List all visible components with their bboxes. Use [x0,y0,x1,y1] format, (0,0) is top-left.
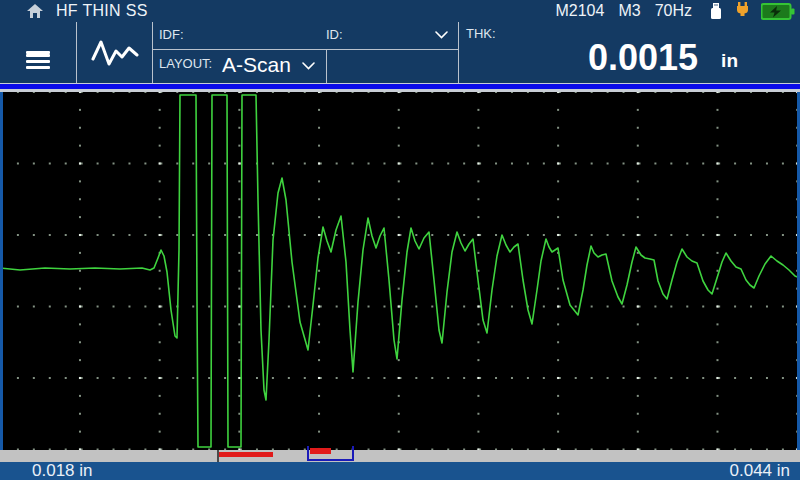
menu-button[interactable] [0,22,76,83]
file-title: HF THIN SS [56,2,148,20]
power-plug-icon [734,2,751,20]
separator-bar [0,83,800,92]
thickness-readout: THK: 0.0015 in [458,22,800,83]
measurement-code: M2104 [555,2,604,20]
battery-charging-icon [761,3,795,20]
toolbar: IDF: ID: LAYOUT: A-Scan THK: 0.0015 in [0,22,800,83]
waveform-icon [91,38,139,68]
layout-label: LAYOUT: [159,56,212,71]
usb-icon [708,2,724,20]
id-label: ID: [326,27,343,42]
thickness-value: 0.0015 [538,37,748,79]
mode-indicator: M3 [618,2,640,20]
hamburger-icon [26,51,50,54]
separator-blue-line [0,84,800,89]
gate-1-bar[interactable] [219,452,273,457]
ascan-waveform [0,92,800,450]
layout-row: LAYOUT: A-Scan [152,50,458,83]
layout-chevron-down-icon[interactable] [302,62,315,70]
idf-label: IDF: [159,27,184,42]
thickness-unit: in [721,50,738,72]
home-icon[interactable] [27,4,43,19]
toolbar-divider [326,50,327,83]
status-readouts: M2104 M3 70Hz [555,0,692,22]
gate-strip [0,450,800,462]
range-max-value: 0.044 in [730,462,791,480]
layout-select[interactable]: A-Scan [222,53,291,77]
id-chevron-down-icon[interactable] [435,31,448,39]
ascan-waveform-path [0,95,800,447]
id-row: IDF: ID: [152,22,458,49]
ascan-view-button[interactable] [77,22,152,83]
ascan-plot [0,92,800,450]
range-bar: 0.018 in 0.044 in [0,462,800,480]
gate-2-bar[interactable] [310,448,331,454]
range-start-marker [0,92,3,462]
update-rate: 70Hz [655,2,692,20]
top-status-bar: HF THIN SS M2104 M3 70Hz [0,0,800,22]
range-min-value: 0.018 in [32,462,93,480]
thk-label: THK: [466,26,496,41]
system-icons [708,0,795,22]
